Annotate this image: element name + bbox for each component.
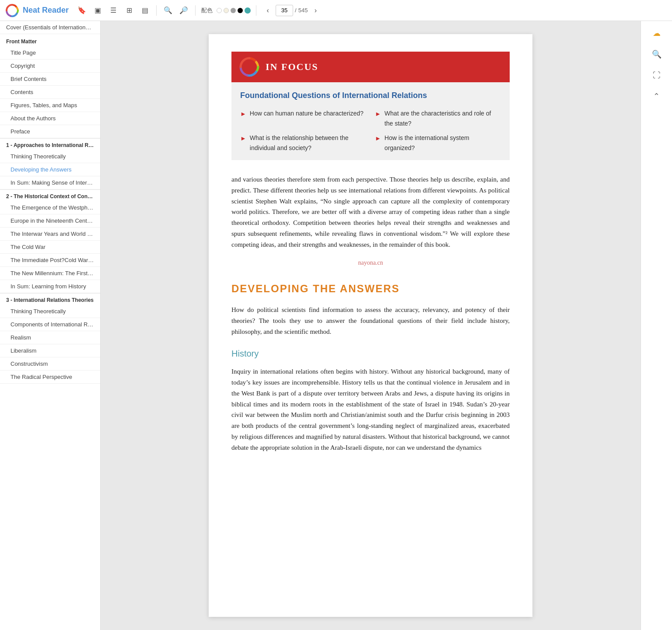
in-focus-body: Foundational Questions of International … xyxy=(231,82,510,160)
theme-cream-dot[interactable] xyxy=(224,8,229,13)
sidebar-item-liberalism[interactable]: Liberalism xyxy=(0,344,100,357)
right-panel: ☁ 🔍 ⛶ ⌃ xyxy=(640,21,672,630)
in-focus-grid: ► How can human nature be characterized?… xyxy=(240,108,501,153)
sidebar-item-in-sum-history[interactable]: In Sum: Learning from History xyxy=(0,280,100,293)
sidebar-chapter1-header[interactable]: 1 - Approaches to International Rel... xyxy=(0,138,100,150)
bullet-arrow-icon-0: ► xyxy=(240,109,246,119)
font-size-icon[interactable]: 配色 xyxy=(201,4,213,17)
sidebar-item-westphali[interactable]: The Emergence of the Westphali... xyxy=(0,201,100,214)
sidebar-item-in-sum-1[interactable]: In Sum: Making Sense of Internat... xyxy=(0,176,100,189)
in-focus-item-3: ► How is the international system organi… xyxy=(375,133,501,153)
sidebar-chapter3-header[interactable]: 3 - International Relations Theories xyxy=(0,293,100,305)
single-page-icon[interactable]: ▣ xyxy=(91,4,104,17)
in-focus-item-text-1: What are the characteristics and role of… xyxy=(385,108,501,129)
in-focus-item-1: ► What are the characteristics and role … xyxy=(375,108,501,129)
section-heading-developing: DEVELOPING THE ANSWERS xyxy=(231,280,510,298)
watermark-text: nayona.cn xyxy=(231,258,510,268)
page-total: 545 xyxy=(298,7,308,14)
body-paragraph-3: Inquiry in international relations often… xyxy=(231,366,510,453)
color-theme-dots xyxy=(217,7,251,14)
next-page-button[interactable]: › xyxy=(309,4,322,17)
sidebar-item-authors[interactable]: About the Authors xyxy=(0,112,100,125)
in-focus-item-0: ► How can human nature be characterized? xyxy=(240,108,366,129)
sidebar-item-thinking-theoretically-1[interactable]: Thinking Theoretically xyxy=(0,150,100,163)
bookmark-icon[interactable]: 🔖 xyxy=(76,4,88,17)
cloud-sync-icon[interactable]: ☁ xyxy=(649,25,665,41)
theme-white-dot[interactable] xyxy=(217,8,222,13)
bullet-arrow-icon-3: ► xyxy=(375,133,381,144)
sidebar-item-components[interactable]: Components of International Rel... xyxy=(0,318,100,331)
in-focus-item-text-3: How is the international system organize… xyxy=(385,133,501,153)
sidebar-item-cover[interactable]: Cover (Essentials of International R... xyxy=(0,21,100,34)
sidebar-item-europe-nineteenth[interactable]: Europe in the Nineteenth Century xyxy=(0,214,100,228)
body-paragraph-1: and various theories therefore stem from… xyxy=(231,174,510,250)
sidebar-item-realism[interactable]: Realism xyxy=(0,331,100,344)
menu-icon[interactable]: ☰ xyxy=(107,4,119,17)
sidebar-item-constructivism[interactable]: Constructivism xyxy=(0,357,100,371)
page: IN FOCUS Foundational Questions of Inter… xyxy=(209,34,532,617)
list-view-icon[interactable]: ▤ xyxy=(139,4,151,17)
in-focus-label: IN FOCUS xyxy=(266,59,318,75)
separator-3 xyxy=(256,5,256,16)
theme-teal-dot[interactable] xyxy=(245,7,251,14)
sidebar-item-preface[interactable]: Preface xyxy=(0,125,100,138)
sidebar-item-figures[interactable]: Figures, Tables, and Maps xyxy=(0,99,100,112)
in-focus-logo-icon xyxy=(238,56,260,78)
sidebar-item-copyright[interactable]: Copyright xyxy=(0,60,100,73)
app-title: Neat Reader xyxy=(23,6,69,15)
collapse-icon[interactable]: ⌃ xyxy=(649,88,665,104)
bullet-arrow-icon-2: ► xyxy=(240,133,246,144)
sidebar: Cover (Essentials of International R... … xyxy=(0,21,101,630)
in-focus-item-text-0: How can human nature be characterized? xyxy=(250,108,364,119)
page-navigation: ‹ / 545 › xyxy=(262,4,322,17)
search-small-icon[interactable]: 🔍 xyxy=(162,4,174,17)
in-focus-header: IN FOCUS xyxy=(231,52,510,82)
sidebar-chapter2-header[interactable]: 2 - The Historical Context of Conte... xyxy=(0,189,100,201)
fullscreen-icon[interactable]: ⛶ xyxy=(649,67,665,83)
body-paragraph-2: How do political scientists find informa… xyxy=(231,304,510,337)
theme-black-dot[interactable] xyxy=(238,8,243,13)
sidebar-group-front-matter[interactable]: Front Matter xyxy=(0,34,100,46)
search-large-icon[interactable]: 🔎 xyxy=(178,4,190,17)
sidebar-item-new-millennium[interactable]: The New Millennium: The First T... xyxy=(0,267,100,280)
in-focus-title: Foundational Questions of International … xyxy=(240,89,501,102)
app-logo-icon xyxy=(5,4,19,18)
sidebar-item-title-page[interactable]: Title Page xyxy=(0,46,100,60)
main-layout: Cover (Essentials of International R... … xyxy=(0,21,672,630)
separator-2 xyxy=(195,5,196,16)
separator-1 xyxy=(156,5,157,16)
right-search-icon[interactable]: 🔍 xyxy=(649,46,665,62)
toolbar: Neat Reader 🔖 ▣ ☰ ⊞ ▤ 🔍 🔎 配色 ‹ / 545 › xyxy=(0,0,672,21)
content-area: IN FOCUS Foundational Questions of Inter… xyxy=(101,21,640,630)
in-focus-item-2: ► What is the relationship between the i… xyxy=(240,133,366,153)
page-number-input[interactable] xyxy=(276,5,293,16)
sidebar-item-developing-answers[interactable]: Developing the Answers xyxy=(0,163,100,176)
in-focus-item-text-2: What is the relationship between the ind… xyxy=(250,133,366,153)
sidebar-item-post-cold-war[interactable]: The Immediate Post?Cold War Era xyxy=(0,254,100,267)
sidebar-item-radical[interactable]: The Radical Perspective xyxy=(0,371,100,384)
bullet-arrow-icon-1: ► xyxy=(375,109,381,119)
sidebar-item-brief-contents[interactable]: Brief Contents xyxy=(0,73,100,86)
sidebar-item-cold-war[interactable]: The Cold War xyxy=(0,241,100,254)
in-focus-box: IN FOCUS Foundational Questions of Inter… xyxy=(231,52,510,160)
prev-page-button[interactable]: ‹ xyxy=(262,4,274,17)
subsection-heading-history: History xyxy=(231,346,510,361)
grid-view-icon[interactable]: ⊞ xyxy=(123,4,135,17)
sidebar-item-contents[interactable]: Contents xyxy=(0,86,100,99)
sidebar-item-thinking-theoretically-3[interactable]: Thinking Theoretically xyxy=(0,305,100,318)
page-separator: / xyxy=(295,7,297,14)
sidebar-item-interwar[interactable]: The Interwar Years and World W... xyxy=(0,228,100,241)
theme-gray-dot[interactable] xyxy=(231,8,236,13)
